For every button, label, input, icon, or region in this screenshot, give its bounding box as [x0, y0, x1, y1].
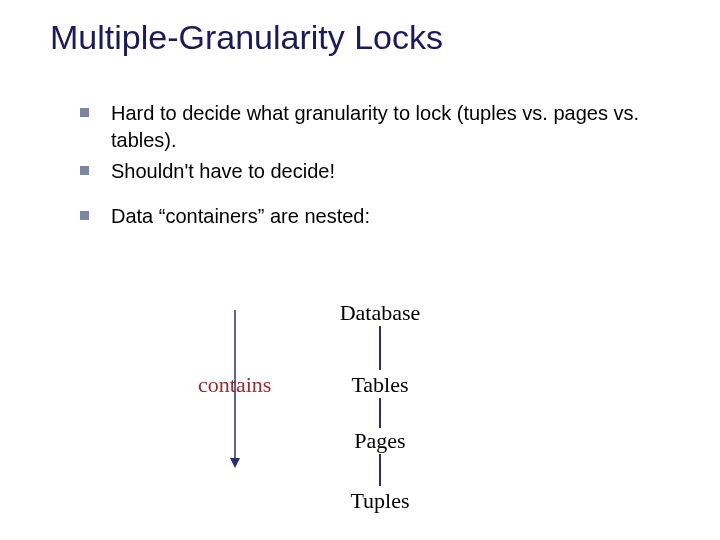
list-item: Data “containers” are nested:: [80, 203, 640, 230]
svg-marker-1: [230, 458, 240, 468]
arrow-down-icon: [225, 310, 245, 470]
bullet-list: Hard to decide what granularity to lock …: [80, 100, 640, 234]
list-item: Hard to decide what granularity to lock …: [80, 100, 640, 154]
slide-title: Multiple-Granularity Locks: [50, 18, 443, 57]
hierarchy-level-database: Database: [320, 300, 440, 326]
list-item: Shouldn't have to decide!: [80, 158, 640, 185]
hierarchy-level-pages: Pages: [320, 428, 440, 454]
hierarchy-diagram: Database Tables Pages Tuples contains: [0, 300, 720, 520]
bullet-text: Data “containers” are nested:: [111, 203, 370, 230]
bullet-icon: [80, 166, 89, 175]
bullet-icon: [80, 211, 89, 220]
bullet-icon: [80, 108, 89, 117]
hierarchy-level-tuples: Tuples: [320, 488, 440, 514]
hierarchy-level-tables: Tables: [320, 372, 440, 398]
bullet-text: Hard to decide what granularity to lock …: [111, 100, 640, 154]
connector-line: [379, 326, 381, 370]
slide: Multiple-Granularity Locks Hard to decid…: [0, 0, 720, 540]
connector-line: [379, 398, 381, 428]
bullet-text: Shouldn't have to decide!: [111, 158, 335, 185]
connector-line: [379, 454, 381, 486]
bullet-spacer: [80, 189, 640, 203]
